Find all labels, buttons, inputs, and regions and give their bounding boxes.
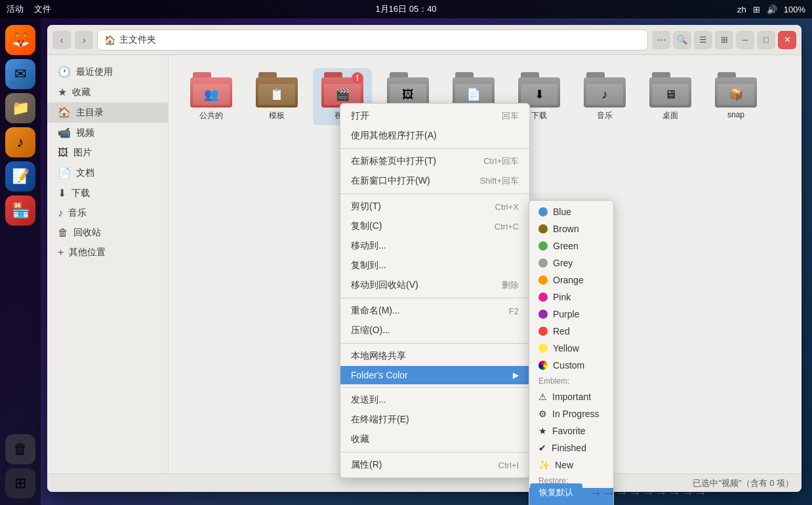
menu-open-tab-label: 在新标签页中打开(T) [351,155,436,167]
menu-open-tab[interactable]: 在新标签页中打开(T) Ctrl+回车 [340,152,529,171]
topbar-right: zh ⊞ 🔊 100% [737,5,805,14]
menu-open-terminal-label: 在终端打开(E) [351,414,409,426]
maximize-button[interactable]: □ [757,31,775,49]
menu-move-to[interactable]: 移动到... [340,236,529,256]
sidebar-item-other[interactable]: + 其他位置 [47,243,168,262]
folder-snap[interactable]: 📦 snap [706,68,765,125]
custom-dot [538,361,548,370]
close-button[interactable]: ✕ [778,31,796,49]
trash-sidebar-icon: 🗑 [58,227,68,239]
sidebar-recent-label: 最近使用 [76,66,113,78]
dock-rhythmbox[interactable]: ♪ [5,127,35,157]
restore-default-button[interactable]: 恢复默认 [530,483,582,502]
sidebar-item-home[interactable]: 🏠 主目录 [47,102,168,123]
forward-button[interactable]: › [75,31,93,49]
sidebar-item-downloads[interactable]: ⬇ 下载 [47,183,168,203]
color-red[interactable]: Red [529,323,613,340]
menu-open-terminal[interactable]: 在终端打开(E) [340,410,529,430]
sidebar-item-pictures[interactable]: 🖼 图片 [47,143,168,163]
sidebar-item-bookmarks[interactable]: ★ 收藏 [47,82,168,102]
sidebar-item-documents[interactable]: 📄 文档 [47,163,168,183]
separator-1 [340,148,529,149]
menu-open[interactable]: 打开 回车 [340,106,529,126]
activity-label[interactable]: 活动 [7,3,24,15]
menu-rename-label: 重命名(M)... [351,305,400,317]
pink-dot [538,293,548,302]
color-purple[interactable]: Purple [529,306,613,323]
menu-copy-to[interactable]: 复制到... [340,256,529,275]
address-text: 主文件夹 [119,34,156,46]
menu-network-share-label: 本地网络共享 [351,350,406,362]
downloads-sidebar-icon: ⬇ [58,187,66,199]
emblem-important[interactable]: ⚠ Important [529,388,613,405]
titlebar: ‹ › 🏠 主文件夹 ⋯ 🔍 ☰ ⊞ ─ □ ✕ [47,25,802,55]
sidebar-item-music[interactable]: ♪ 音乐 [47,203,168,223]
color-red-label: Red [553,326,570,336]
dock-appstore[interactable]: 🏪 [5,195,35,226]
menu-open-window[interactable]: 在新窗口中打开(W) Shift+回车 [340,171,529,191]
view-grid-button[interactable]: ⊞ [715,31,733,49]
menu-move-trash-shortcut: 删除 [502,279,519,291]
emblem-finished[interactable]: ✔ Finished [529,439,613,456]
color-custom[interactable]: Custom [529,357,613,374]
color-green[interactable]: Green [529,237,613,254]
color-yellow[interactable]: Yellow [529,340,613,357]
menu-copy[interactable]: 复制(C) Ctrl+C [340,216,529,236]
emblem-favorite[interactable]: ★ Favorite [529,422,613,439]
sidebar-other-label: 其他位置 [69,247,106,258]
home-icon: 🏠 [104,35,115,45]
menu-move-trash[interactable]: 移动到回收站(V) 删除 [340,275,529,295]
emblem-favorite-label: Favorite [552,426,586,436]
view-list-button[interactable]: ☰ [694,31,712,49]
dock-files[interactable]: 📁 [5,93,35,123]
dock-firefox[interactable]: 🦊 [5,25,35,55]
menu-open-with[interactable]: 使用其他程序打开(A) [340,126,529,146]
color-blue[interactable]: Blue [529,203,613,220]
search-button[interactable]: 🔍 [673,31,691,49]
menu-compress-label: 压缩(O)... [351,325,390,336]
videos-sidebar-icon: 📹 [58,127,71,139]
back-button[interactable]: ‹ [52,31,71,49]
menu-move-to-label: 移动到... [351,240,386,252]
dock-mail[interactable]: ✉ [5,59,35,89]
color-orange[interactable]: Orange [529,272,613,289]
home-sidebar-icon: 🏠 [58,106,71,119]
menu-compress[interactable]: 压缩(O)... [340,321,529,340]
color-grey-label: Grey [553,258,573,268]
sidebar-downloads-label: 下载 [71,188,90,199]
bookmarks-icon: ★ [58,86,67,98]
folder-templates[interactable]: 📋 模板 [247,68,306,125]
sidebar-item-recent[interactable]: 🕐 最近使用 [47,62,168,82]
menu-rename[interactable]: 重命名(M)... F2 [340,301,529,321]
menu-send-to[interactable]: 发送到... [340,390,529,410]
sidebar-item-trash[interactable]: 🗑 回收站 [47,223,168,243]
emblem-new-label: New [555,460,573,470]
emblem-new[interactable]: ✨ New [529,456,613,474]
dock-grid[interactable]: ⊞ [5,468,35,498]
menu-cut[interactable]: 剪切(T) Ctrl+X [340,197,529,216]
dock-trash[interactable]: 🗑 [5,434,35,464]
dock-libreoffice[interactable]: 📝 [5,161,35,192]
color-pink[interactable]: Pink [529,289,613,306]
folder-music[interactable]: ♪ 音乐 [575,68,634,125]
color-brown[interactable]: Brown [529,220,613,237]
other-sidebar-icon: + [58,247,64,258]
folder-desktop[interactable]: 🖥 桌面 [641,68,700,125]
minimize-button[interactable]: ─ [736,31,754,49]
folder-body: ♪ [584,77,626,108]
folder-shared[interactable]: 👥 公共的 [182,68,241,125]
menu-properties[interactable]: 属性(R) Ctrl+I [340,455,529,475]
sidebar-item-videos[interactable]: 📹 视频 [47,123,168,143]
important-icon: ⚠ [538,392,547,402]
separator-6 [340,452,529,453]
menu-network-share[interactable]: 本地网络共享 [340,346,529,366]
folder-body: 📦 [715,77,757,108]
color-grey[interactable]: Grey [529,254,613,272]
sidebar-videos-label: 视频 [76,127,94,139]
menu-folder-color[interactable]: Folder's Color ▶ [340,366,529,384]
menu-button[interactable]: ⋯ [652,31,670,49]
sidebar-documents-label: 文档 [76,167,94,179]
color-yellow-label: Yellow [553,343,579,354]
menu-bookmark[interactable]: 收藏 [340,430,529,449]
emblem-in-progress[interactable]: ⚙ In Progress [529,405,613,422]
